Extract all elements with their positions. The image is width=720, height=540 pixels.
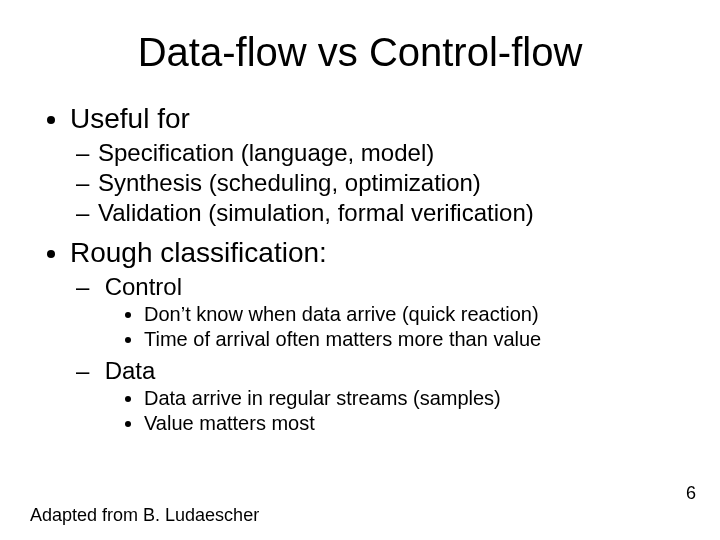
bullet-label: Rough classification: <box>70 237 327 268</box>
bullet-rough-classification: Rough classification: Control Don’t know… <box>70 237 690 435</box>
sub-item-data: Data Data arrive in regular streams (sam… <box>98 357 690 435</box>
sub-item: Synthesis (scheduling, optimization) <box>98 169 690 197</box>
slide: Data-flow vs Control-flow Useful for Spe… <box>0 0 720 540</box>
subsub-item: Time of arrival often matters more than … <box>144 328 690 351</box>
footer-attribution: Adapted from B. Ludaescher <box>30 505 259 526</box>
sub-item: Specification (language, model) <box>98 139 690 167</box>
sub-list-rough-classification: Control Don’t know when data arrive (qui… <box>70 273 690 435</box>
page-number: 6 <box>686 483 696 504</box>
subsub-list-data: Data arrive in regular streams (samples)… <box>98 387 690 435</box>
sub-item-label: Control <box>105 273 182 300</box>
subsub-item: Value matters most <box>144 412 690 435</box>
sub-item-label: Data <box>105 357 156 384</box>
sub-item: Validation (simulation, formal verificat… <box>98 199 690 227</box>
sub-item-control: Control Don’t know when data arrive (qui… <box>98 273 690 351</box>
subsub-item: Don’t know when data arrive (quick react… <box>144 303 690 326</box>
subsub-list-control: Don’t know when data arrive (quick react… <box>98 303 690 351</box>
subsub-item: Data arrive in regular streams (samples) <box>144 387 690 410</box>
sub-list-useful-for: Specification (language, model) Synthesi… <box>70 139 690 227</box>
bullet-list: Useful for Specification (language, mode… <box>30 103 690 435</box>
bullet-useful-for: Useful for Specification (language, mode… <box>70 103 690 227</box>
bullet-label: Useful for <box>70 103 190 134</box>
slide-title: Data-flow vs Control-flow <box>30 30 690 75</box>
